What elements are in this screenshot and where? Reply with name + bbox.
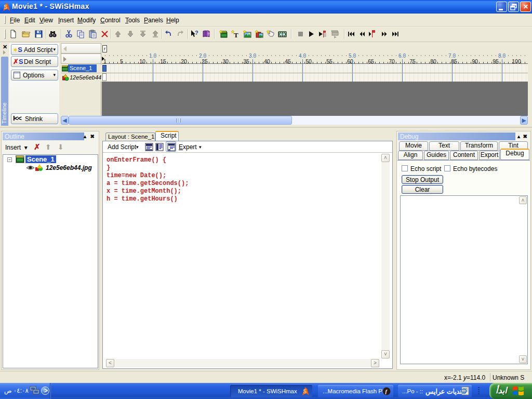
svg-text:?: ?: [195, 30, 198, 36]
svg-text:?: ?: [207, 32, 209, 36]
svg-text:S: S: [303, 389, 307, 394]
svg-text:S: S: [4, 4, 7, 10]
svg-text:T: T: [234, 31, 238, 38]
